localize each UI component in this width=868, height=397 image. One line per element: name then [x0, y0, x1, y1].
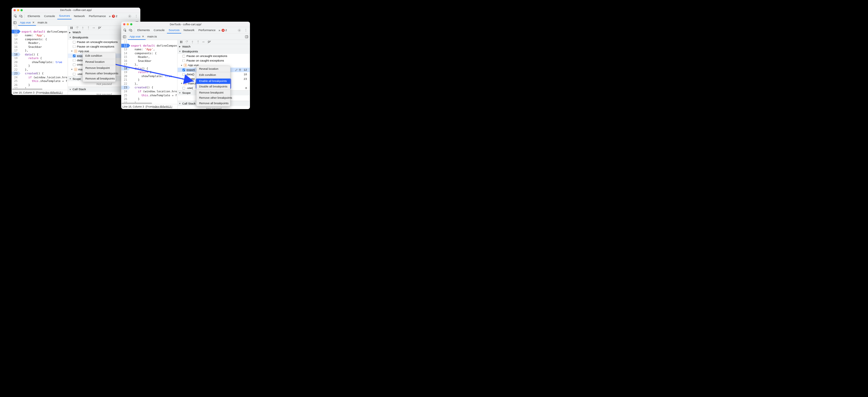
menu-remove-all-breakpoints[interactable]: Remove all breakpoints	[83, 76, 115, 81]
error-badge[interactable]: ✕ 2	[222, 29, 227, 32]
maximize-icon[interactable]	[21, 9, 23, 11]
menu-remove-breakpoint[interactable]: Remove breakpoint	[196, 90, 230, 95]
minimize-icon[interactable]	[17, 9, 19, 11]
close-tab-icon[interactable]: ✕	[142, 35, 144, 38]
breakpoint-checkbox[interactable]	[73, 55, 75, 57]
watch-section-header[interactable]: ▶Watch	[178, 44, 250, 49]
breakpoint-checkbox[interactable]	[73, 73, 75, 76]
trash-icon[interactable]	[239, 68, 242, 71]
breakpoint-checkbox[interactable]	[73, 63, 75, 66]
inspect-icon[interactable]	[13, 14, 18, 18]
debugger-toolbar	[178, 40, 250, 44]
show-navigator-icon[interactable]	[11, 21, 18, 24]
menu-reveal-location[interactable]: Reveal location	[83, 59, 115, 64]
step-into-icon[interactable]	[81, 26, 85, 30]
maximize-icon[interactable]	[130, 23, 132, 25]
triangle-right-icon: ▶	[69, 31, 71, 34]
breakpoint-checkbox[interactable]	[182, 77, 185, 80]
tab-elements[interactable]: Elements	[26, 13, 42, 20]
show-navigator-icon[interactable]	[121, 35, 128, 39]
show-debugger-icon[interactable]	[243, 35, 250, 39]
step-icon[interactable]	[92, 26, 96, 30]
svg-rect-21	[245, 36, 248, 38]
step-icon[interactable]	[202, 40, 206, 44]
pause-uncaught-checkbox[interactable]	[182, 55, 185, 58]
menu-remove-other-breakpoints[interactable]: Remove other breakpoints	[196, 95, 230, 101]
tab-performance[interactable]: Performance	[197, 27, 217, 33]
settings-gear-icon[interactable]	[236, 29, 242, 32]
vue-file-icon: ⟨⟩	[184, 64, 187, 67]
svg-point-28	[203, 42, 203, 42]
step-into-icon[interactable]	[191, 40, 194, 44]
more-tabs-chevron-icon[interactable]: »	[218, 28, 221, 32]
menu-enable-all-breakpoints[interactable]: Enable all breakpoints	[196, 79, 230, 84]
close-icon[interactable]	[14, 9, 16, 11]
device-toggle-icon[interactable]	[128, 28, 133, 33]
code-editor[interactable]: 1112export default defineCompon13 name: …	[121, 40, 178, 109]
deactivate-breakpoints-icon[interactable]	[98, 26, 102, 30]
devtools-window-after: DevTools - coffee-cart.app/ Elements Con…	[121, 22, 250, 109]
tab-elements[interactable]: Elements	[136, 27, 152, 33]
device-toggle-icon[interactable]	[19, 14, 23, 18]
tab-performance[interactable]: Performance	[87, 13, 107, 20]
pause-uncaught-row[interactable]: Pause on uncaught exceptions	[178, 54, 250, 58]
edit-icon[interactable]	[235, 68, 238, 71]
svg-rect-9	[72, 27, 72, 29]
breakpoint-checkbox[interactable]	[182, 87, 185, 90]
triangle-down-icon: ▼	[179, 50, 182, 53]
tab-sources[interactable]: Sources	[57, 13, 71, 20]
source-map-link[interactable]: index-8bfa4912.j	[153, 105, 172, 108]
status-bar: Line 18, Column 3 (From index-8bfa4912.j	[11, 90, 68, 95]
menu-remove-other-breakpoints[interactable]: Remove other breakpoints	[83, 71, 115, 76]
menu-reveal-location[interactable]: Reveal location	[196, 66, 230, 72]
deactivate-breakpoints-icon[interactable]	[207, 40, 211, 44]
tab-sources[interactable]: Sources	[167, 27, 181, 33]
breakpoint-checkbox[interactable]	[182, 73, 185, 76]
menu-edit-condition[interactable]: Edit condition	[196, 73, 230, 78]
pause-icon[interactable]	[69, 26, 73, 30]
filetab-main-ts[interactable]: main.ts	[36, 20, 49, 26]
close-icon[interactable]	[123, 23, 125, 25]
step-out-icon[interactable]	[87, 26, 90, 30]
settings-gear-icon[interactable]	[127, 15, 133, 18]
tab-network[interactable]: Network	[182, 27, 196, 33]
filetab-label: App.vue	[20, 21, 31, 24]
breakpoint-checkbox[interactable]	[182, 68, 185, 71]
pause-caught-checkbox[interactable]	[73, 45, 75, 48]
code-editor[interactable]: 1112export default defineCompon13 name: …	[11, 26, 68, 95]
tab-network[interactable]: Network	[72, 13, 87, 20]
close-tab-icon[interactable]: ✕	[32, 21, 34, 24]
menu-disable-all-breakpoints[interactable]: Disable all breakpoints	[196, 84, 230, 89]
more-tabs-chevron-icon[interactable]: »	[108, 14, 111, 18]
step-over-icon[interactable]	[185, 40, 189, 44]
file-tabs: App.vue ✕ main.ts	[121, 33, 250, 40]
source-map-link[interactable]: index-8bfa4912.j	[43, 91, 62, 94]
svg-point-3	[129, 16, 130, 17]
filetab-label: main.ts	[38, 21, 48, 24]
menu-remove-all-breakpoints[interactable]: Remove all breakpoints	[196, 101, 230, 106]
error-badge[interactable]: ✕ 2	[112, 14, 117, 18]
menu-edit-condition[interactable]: Edit condition	[83, 53, 115, 58]
step-over-icon[interactable]	[75, 26, 79, 30]
filetab-main-ts[interactable]: main.ts	[146, 34, 158, 40]
svg-rect-24	[182, 41, 182, 43]
pause-icon[interactable]	[179, 40, 183, 44]
menu-remove-breakpoint[interactable]: Remove breakpoint	[83, 65, 115, 71]
tab-console[interactable]: Console	[152, 27, 166, 33]
breakpoint-checkbox[interactable]	[73, 59, 75, 61]
pause-caught-row[interactable]: Pause on caught exceptions	[178, 58, 250, 63]
filetab-app-vue[interactable]: App.vue ✕	[18, 20, 36, 26]
error-count: 2	[116, 14, 117, 18]
breakpoints-section-header[interactable]: ▼Breakpoints	[178, 49, 250, 54]
context-menu-after: Reveal location Edit condition Enable al…	[196, 66, 230, 106]
kebab-menu-icon[interactable]: ⋮	[243, 28, 249, 32]
cursor-position: Line 18, Column 3	[13, 91, 34, 94]
filetab-app-vue[interactable]: App.vue ✕	[128, 34, 146, 40]
inspect-icon[interactable]	[123, 28, 128, 33]
tab-console[interactable]: Console	[42, 13, 57, 20]
pause-uncaught-checkbox[interactable]	[73, 41, 75, 44]
pause-caught-checkbox[interactable]	[182, 59, 185, 62]
kebab-menu-icon[interactable]: ⋮	[133, 14, 140, 18]
minimize-icon[interactable]	[127, 23, 129, 25]
step-out-icon[interactable]	[196, 40, 200, 44]
